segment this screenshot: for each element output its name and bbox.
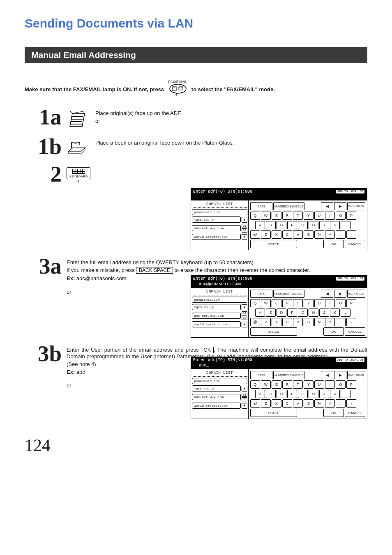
ok-button[interactable]: OK bbox=[323, 240, 344, 248]
domain-item[interactable]: world.service.com bbox=[192, 234, 241, 240]
key-w[interactable]: W bbox=[261, 212, 271, 220]
key-at[interactable]: @ bbox=[250, 230, 260, 239]
cursor-left-button[interactable]: ◀ bbox=[321, 202, 333, 210]
cancel-button[interactable]: CANCEL bbox=[345, 409, 365, 417]
svg-point-0 bbox=[170, 84, 186, 93]
domain-item[interactable]: mgcs.co.jp bbox=[192, 385, 241, 391]
domain-list-header: DOMAIN LIST bbox=[192, 290, 247, 295]
key-q[interactable]: Q bbox=[250, 212, 260, 220]
step-1a-number: 1a bbox=[25, 107, 67, 127]
domain-item[interactable]: abc-net.wxy.com bbox=[192, 225, 241, 231]
key-g[interactable]: G bbox=[298, 221, 308, 229]
cursor-right-button[interactable]: ▶ bbox=[334, 290, 346, 298]
touchscreen-3: Enter adr(TO) STN(s):000 ADD TO LOCAL DB… bbox=[191, 357, 367, 419]
domain-item[interactable]: panasonic.com bbox=[192, 209, 247, 215]
backspace-button[interactable]: BACK SPACE bbox=[347, 202, 365, 210]
ok-button[interactable]: OK bbox=[323, 409, 344, 417]
scroll-down-icon[interactable]: ▼ bbox=[242, 234, 247, 240]
ok-button[interactable]: OK bbox=[323, 327, 344, 336]
key-y[interactable]: Y bbox=[304, 212, 314, 220]
key-p[interactable]: P bbox=[346, 212, 356, 220]
key-k[interactable]: K bbox=[330, 221, 340, 229]
domain-item[interactable]: mgcs.co.jp bbox=[192, 216, 241, 223]
scroll-up-icon[interactable]: ▲ bbox=[242, 386, 247, 391]
numeric-symbols-button[interactable]: NUMERIC/ SYMBOLS bbox=[273, 202, 304, 210]
address-input-3[interactable]: abc_ bbox=[191, 363, 367, 369]
key-i[interactable]: I bbox=[325, 212, 335, 220]
address-input-2[interactable]: abc@panasonic.com bbox=[191, 282, 367, 288]
key-s[interactable]: S bbox=[266, 221, 276, 229]
key-v[interactable]: V bbox=[293, 230, 303, 239]
section-heading: Manual Email Addressing bbox=[25, 47, 367, 63]
key-z[interactable]: Z bbox=[261, 230, 271, 239]
counter-bot: 03 bbox=[242, 228, 247, 233]
ok-key-ref: OK bbox=[201, 347, 214, 353]
intro-text: Make sure that the FAX/EMAIL lamp is ON.… bbox=[25, 80, 367, 99]
intro-part2: to select the "FAX/EMAIL" mode. bbox=[191, 86, 275, 92]
step-1a-or: or bbox=[95, 118, 367, 124]
scroll-down-icon[interactable]: ▼ bbox=[242, 322, 247, 327]
step-2-number: 2 bbox=[25, 164, 67, 184]
page-title: Sending Documents via LAN bbox=[25, 16, 367, 30]
key-t[interactable]: T bbox=[293, 212, 303, 220]
domain-item[interactable]: panasonic.com bbox=[192, 378, 247, 384]
key-l[interactable]: L bbox=[341, 221, 350, 229]
backspace-button[interactable]: BACK SPACE bbox=[347, 371, 365, 379]
scroll-up-icon[interactable]: ▲ bbox=[242, 304, 247, 310]
cursor-left-button[interactable]: ◀ bbox=[321, 290, 333, 298]
key-e[interactable]: E bbox=[272, 212, 281, 220]
key-n[interactable]: N bbox=[314, 230, 324, 239]
cancel-button[interactable]: CANCEL bbox=[345, 327, 365, 336]
touchscreen-1: Enter adr(TO) STN(s):000 ADD TO LOCAL DB… bbox=[191, 188, 367, 250]
space-button[interactable]: SPACE bbox=[250, 240, 297, 248]
domain-item[interactable]: world.service.com bbox=[192, 403, 241, 409]
cursor-left-button[interactable]: ◀ bbox=[321, 371, 333, 379]
key-u[interactable]: U bbox=[314, 212, 324, 220]
domain-item[interactable]: world.service.com bbox=[192, 321, 241, 327]
key-d[interactable]: D bbox=[277, 221, 286, 229]
add-to-local-db-button[interactable]: ADD TO LOCAL DB bbox=[336, 276, 365, 281]
key-r[interactable]: R bbox=[282, 212, 292, 220]
space-button[interactable]: SPACE bbox=[250, 409, 297, 417]
domain-item[interactable]: mgcs.co.jp bbox=[192, 304, 241, 310]
caps-button[interactable]: CAPS bbox=[250, 371, 272, 379]
keyboard-key-label: KEYBOARD bbox=[69, 175, 88, 178]
caps-button[interactable]: CAPS bbox=[250, 290, 272, 298]
step-3a-number: 3a bbox=[25, 256, 67, 276]
add-to-local-db-button[interactable]: ADD TO LOCAL DB bbox=[336, 189, 365, 194]
space-button[interactable]: SPACE bbox=[250, 327, 297, 336]
backspace-button[interactable]: BACK SPACE bbox=[347, 290, 365, 298]
svg-rect-1 bbox=[173, 87, 176, 91]
domain-item[interactable]: panasonic.com bbox=[192, 297, 247, 303]
intro-part1: Make sure that the FAX/EMAIL lamp is ON.… bbox=[25, 86, 164, 92]
domain-item[interactable]: abc-net.wxy.com bbox=[192, 394, 241, 400]
key-x[interactable]: X bbox=[272, 230, 281, 239]
cursor-right-button[interactable]: ▶ bbox=[334, 202, 346, 210]
key-c[interactable]: C bbox=[282, 230, 292, 239]
key-extra1[interactable]: . bbox=[336, 230, 346, 239]
adf-icon bbox=[67, 107, 95, 131]
key-m[interactable]: M bbox=[325, 230, 335, 239]
key-h[interactable]: H bbox=[309, 221, 318, 229]
address-input-1[interactable] bbox=[191, 195, 367, 200]
domain-item[interactable]: abc-net.wxy.com bbox=[192, 313, 241, 319]
step-3b-number: 3b bbox=[25, 343, 67, 364]
fax-email-label: FAX/EMAIL bbox=[168, 80, 187, 84]
scroll-up-icon[interactable]: ▲ bbox=[242, 217, 247, 223]
key-extra2[interactable]: - bbox=[346, 230, 356, 239]
key-a[interactable]: A bbox=[255, 221, 265, 229]
enter-label: Enter adr(TO) STN(s):000 bbox=[193, 276, 336, 281]
key-o[interactable]: O bbox=[336, 212, 346, 220]
numeric-symbols-button[interactable]: NUMERIC/ SYMBOLS bbox=[273, 371, 304, 379]
key-b[interactable]: B bbox=[304, 230, 314, 239]
caps-button[interactable]: CAPS bbox=[250, 202, 272, 210]
scroll-down-icon[interactable]: ▼ bbox=[242, 403, 247, 409]
cancel-button[interactable]: CANCEL bbox=[345, 240, 365, 248]
key-j[interactable]: J bbox=[319, 221, 329, 229]
add-to-local-db-button[interactable]: ADD TO LOCAL DB bbox=[336, 358, 365, 362]
step-3a-p2: If you make a mistake, press BACK SPACE … bbox=[67, 267, 367, 274]
keyboard-key-icon: KEYBOARD bbox=[67, 167, 90, 185]
numeric-symbols-button[interactable]: NUMERIC/ SYMBOLS bbox=[273, 290, 304, 298]
cursor-right-button[interactable]: ▶ bbox=[334, 371, 346, 379]
key-f[interactable]: F bbox=[287, 221, 297, 229]
